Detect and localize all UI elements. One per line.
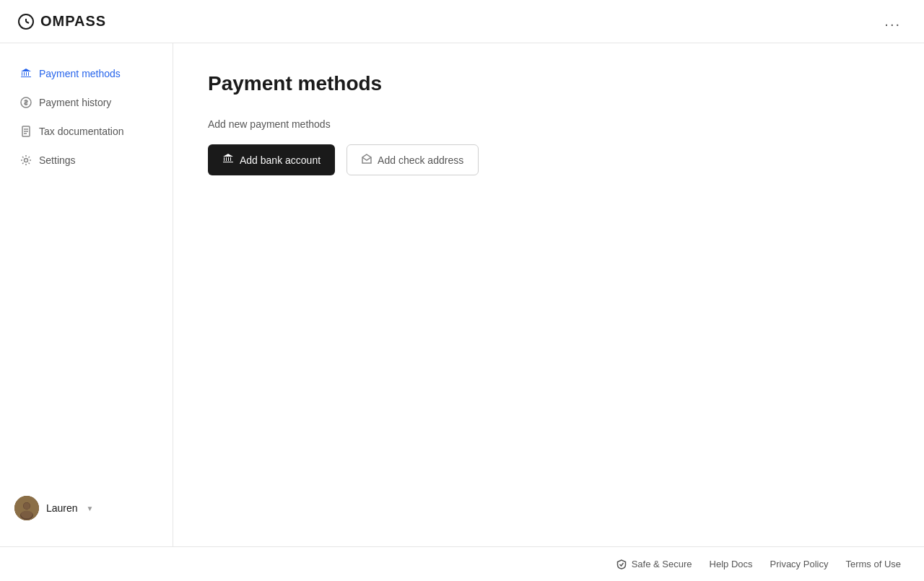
avatar xyxy=(14,496,39,520)
safe-secure-link[interactable]: Safe & Secure xyxy=(616,559,692,570)
sidebar: Payment methods Payment history xyxy=(0,43,173,546)
app-logo: OMPASS xyxy=(17,13,106,30)
main-content: Payment methods Add new payment methods … xyxy=(173,43,924,546)
logo-icon xyxy=(17,13,35,30)
logo-text: OMPASS xyxy=(40,13,106,30)
svg-point-8 xyxy=(25,159,28,162)
avatar-svg xyxy=(14,496,39,520)
bank-icon xyxy=(20,68,32,79)
sidebar-item-tax-documentation[interactable]: Tax documentation xyxy=(6,118,167,144)
terms-of-use-link[interactable]: Terms of Use xyxy=(845,559,901,569)
document-icon xyxy=(20,126,32,137)
user-profile[interactable]: Lauren ▼ xyxy=(0,487,173,529)
dollar-icon xyxy=(20,97,32,108)
page-title: Payment methods xyxy=(208,72,889,95)
sidebar-nav: Payment methods Payment history xyxy=(0,61,173,173)
sidebar-label-payment-methods: Payment methods xyxy=(39,68,121,79)
add-methods-subtitle: Add new payment methods xyxy=(208,118,889,130)
sidebar-item-payment-history[interactable]: Payment history xyxy=(6,89,167,115)
sidebar-label-payment-history: Payment history xyxy=(39,97,111,108)
add-bank-account-button[interactable]: Add bank account xyxy=(208,144,335,175)
sidebar-item-payment-methods[interactable]: Payment methods xyxy=(6,61,167,87)
svg-line-2 xyxy=(26,22,29,23)
terms-of-use-text: Terms of Use xyxy=(845,559,901,569)
app-header: OMPASS ... xyxy=(0,0,924,43)
svg-point-13 xyxy=(21,511,32,519)
check-address-icon xyxy=(362,154,372,166)
privacy-policy-link[interactable]: Privacy Policy xyxy=(770,559,829,569)
add-check-address-button[interactable]: Add check address xyxy=(346,144,479,175)
help-docs-link[interactable]: Help Docs xyxy=(710,559,753,569)
chevron-down-icon: ▼ xyxy=(87,504,94,512)
action-buttons: Add bank account Add check address xyxy=(208,144,889,175)
gear-icon xyxy=(20,154,32,166)
app-footer: Safe & Secure Help Docs Privacy Policy T… xyxy=(0,546,924,581)
user-name: Lauren xyxy=(46,502,78,514)
sidebar-item-settings[interactable]: Settings xyxy=(6,147,167,173)
more-menu-button[interactable]: ... xyxy=(879,10,907,32)
help-docs-text: Help Docs xyxy=(710,559,753,569)
sidebar-label-tax-documentation: Tax documentation xyxy=(39,126,124,137)
avatar-image xyxy=(14,496,39,520)
bank-account-icon xyxy=(222,153,234,167)
shield-icon xyxy=(616,559,627,570)
svg-point-12 xyxy=(24,503,30,510)
safe-secure-text: Safe & Secure xyxy=(632,559,692,569)
privacy-policy-text: Privacy Policy xyxy=(770,559,829,569)
sidebar-label-settings: Settings xyxy=(39,154,76,166)
